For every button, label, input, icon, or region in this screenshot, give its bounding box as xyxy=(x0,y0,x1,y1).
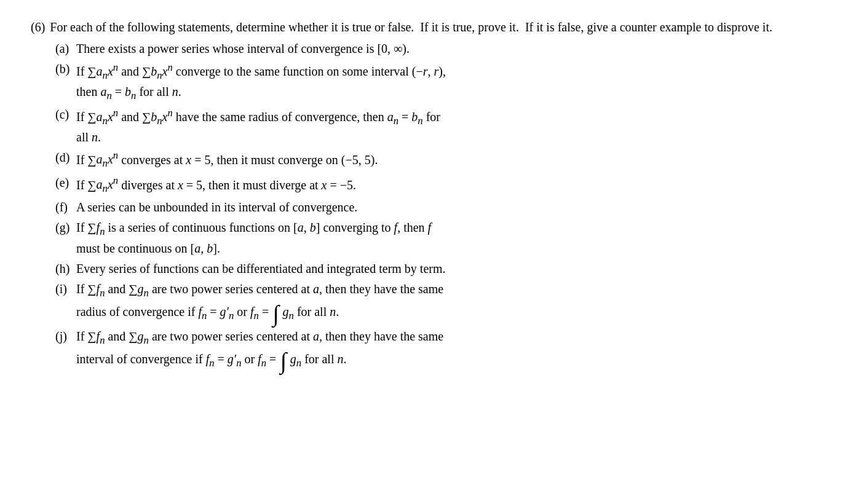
problem-number: (6) For each of the following statements… xyxy=(31,18,825,36)
part-g-label: (g) xyxy=(55,219,73,257)
integral-symbol-i: ∫ xyxy=(272,302,279,325)
part-i-text: If ∑fn and ∑gn are two power series cent… xyxy=(76,280,825,325)
part-d-label: (d) xyxy=(55,149,73,171)
part-e: (e) If ∑anxn diverges at x = 5, then it … xyxy=(55,174,825,197)
part-b-label: (b) xyxy=(55,60,73,103)
part-c-label: (c) xyxy=(55,106,73,146)
part-f-text: A series can be unbounded in its interva… xyxy=(76,199,825,216)
part-g: (g) If ∑fn is a series of continuous fun… xyxy=(55,219,825,257)
part-g-text: If ∑fn is a series of continuous functio… xyxy=(76,219,825,257)
part-j: (j) If ∑fn and ∑gn are two power series … xyxy=(55,328,825,372)
part-e-text: If ∑anxn diverges at x = 5, then it must… xyxy=(76,174,825,197)
part-j-line2-post: gn for all n. xyxy=(290,350,347,371)
part-h: (h) Every series of functions can be dif… xyxy=(55,260,825,278)
part-j-label: (j) xyxy=(55,328,73,372)
part-a-label: (a) xyxy=(55,40,73,58)
math-content: (6) For each of the following statements… xyxy=(18,12,838,381)
part-f-label: (f) xyxy=(55,199,73,216)
part-d: (d) If ∑anxn converges at x = 5, then it… xyxy=(55,149,825,171)
part-c: (c) If ∑anxn and ∑bnxn have the same rad… xyxy=(55,106,825,146)
part-b: (b) If ∑anxn and ∑bnxn converge to the s… xyxy=(55,60,825,103)
part-c-text: If ∑anxn and ∑bnxn have the same radius … xyxy=(76,106,825,146)
problem-intro-text: For each of the following statements, de… xyxy=(50,18,825,36)
part-j-line2-pre: interval of convergence if fn = g′n or f… xyxy=(76,350,276,371)
part-i-label: (i) xyxy=(55,280,73,325)
part-i-line2-pre: radius of convergence if fn = g′n or fn … xyxy=(76,303,269,323)
problem-num-label: (6) xyxy=(31,18,45,36)
part-b-text: If ∑anxn and ∑bnxn converge to the same … xyxy=(76,60,825,103)
part-h-label: (h) xyxy=(55,260,73,278)
part-d-text: If ∑anxn converges at x = 5, then it mus… xyxy=(76,149,825,171)
part-h-text: Every series of functions can be differe… xyxy=(76,260,825,278)
part-j-text: If ∑fn and ∑gn are two power series cent… xyxy=(76,328,825,372)
part-i: (i) If ∑fn and ∑gn are two power series … xyxy=(55,280,825,325)
part-a-text: There exists a power series whose interv… xyxy=(76,40,825,58)
part-i-line2-post: gn for all n. xyxy=(283,303,339,323)
part-f: (f) A series can be unbounded in its int… xyxy=(55,199,825,216)
part-a: (a) There exists a power series whose in… xyxy=(55,40,825,58)
integral-symbol-j: ∫ xyxy=(280,349,286,372)
part-e-label: (e) xyxy=(55,174,73,197)
